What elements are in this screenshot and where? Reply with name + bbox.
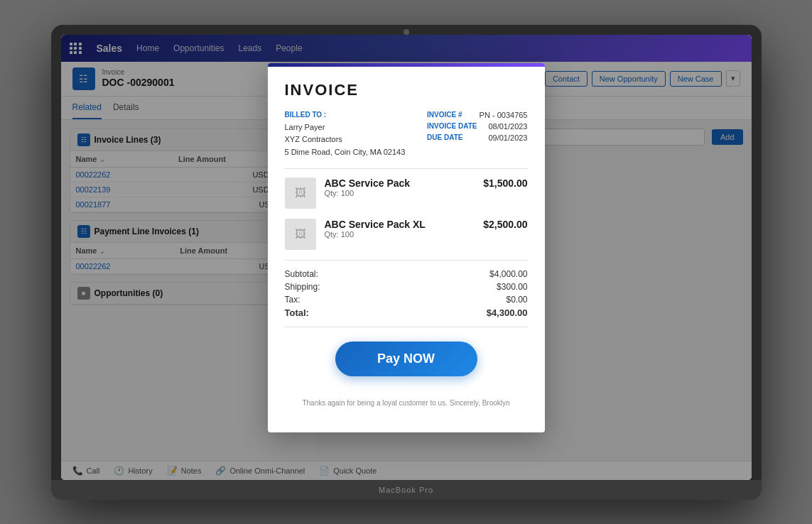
line-item-2-qty: Qty: 100 (325, 230, 475, 239)
line-item-2: 🖼 ABC Service Pack XL Qty: 100 $2,500.00 (285, 219, 528, 250)
macbook-screen: Sales Home Opportunities Leads People ☷ … (61, 35, 752, 480)
line-item-1-placeholder-icon: 🖼 (295, 187, 306, 200)
line-item-1-price: $1,500.00 (483, 178, 527, 189)
modal-divider-top (285, 168, 528, 169)
line-item-1-name: ABC Service Pack (325, 178, 475, 189)
modal-divider-mid (285, 260, 528, 261)
invoice-meta: BILLED TO : Larry Payer XYZ Contractors … (285, 111, 528, 159)
macbook-frame: Sales Home Opportunities Leads People ☷ … (51, 25, 762, 500)
line-item-2-placeholder-icon: 🖼 (295, 228, 306, 241)
tax-value: $0.00 (506, 295, 527, 305)
billed-section: BILLED TO : Larry Payer XYZ Contractors … (285, 111, 406, 159)
line-item-2-price: $2,500.00 (483, 219, 527, 230)
shipping-row: Shipping: $300.00 (285, 282, 528, 292)
line-item-1: 🖼 ABC Service Pack Qty: 100 $1,500.00 (285, 178, 528, 209)
invoice-details: INVOICE # PN - 0034765 INVOICE DATE 08/0… (427, 111, 527, 159)
invoice-modal: INVOICE BILLED TO : Larry Payer XYZ Cont… (268, 63, 545, 433)
pay-now-button[interactable]: Pay NOW (335, 342, 477, 376)
shipping-value: $300.00 (497, 282, 527, 292)
line-item-2-name: ABC Service Pack XL (325, 219, 475, 230)
camera-dot (404, 29, 409, 35)
tax-label: Tax: (285, 295, 301, 305)
total-label: Total: (285, 307, 309, 318)
modal-title: INVOICE (285, 81, 528, 99)
invoice-date-value: 08/01/2023 (488, 122, 527, 131)
crm-background: Sales Home Opportunities Leads People ☷ … (61, 35, 752, 480)
due-date-value: 09/01/2023 (488, 133, 527, 142)
grand-total-row: Total: $4,300.00 (285, 307, 528, 318)
totals-section: Subtotal: $4,000.00 Shipping: $300.00 Ta… (285, 269, 528, 318)
billed-name: Larry Payer XYZ Contractors 5 Dime Road,… (285, 121, 406, 159)
invoice-date-label: INVOICE DATE (427, 122, 477, 131)
invoice-number-label: INVOICE # (427, 111, 462, 119)
macbook-chin: MacBook Pro (51, 480, 762, 500)
due-date-label: DUE DATE (427, 133, 462, 142)
line-item-1-image: 🖼 (285, 178, 316, 209)
billed-to-label: BILLED TO : (285, 111, 406, 119)
modal-divider-bottom (285, 327, 528, 327)
tax-row: Tax: $0.00 (285, 295, 528, 305)
subtotal-value: $4,000.00 (489, 269, 527, 279)
shipping-label: Shipping: (285, 282, 320, 292)
subtotal-label: Subtotal: (285, 269, 318, 279)
macbook-model-label: MacBook Pro (379, 486, 433, 494)
line-item-2-image: 🖼 (285, 219, 316, 250)
subtotal-row: Subtotal: $4,000.00 (285, 269, 528, 279)
modal-overlay: INVOICE BILLED TO : Larry Payer XYZ Cont… (61, 35, 752, 480)
line-item-1-qty: Qty: 100 (325, 189, 475, 197)
modal-footer-text: Thanks again for being a loyal customer … (285, 391, 528, 418)
line-item-1-info: ABC Service Pack Qty: 100 (325, 178, 475, 197)
line-item-2-info: ABC Service Pack XL Qty: 100 (325, 219, 475, 239)
modal-body: INVOICE BILLED TO : Larry Payer XYZ Cont… (268, 67, 545, 433)
invoice-number-value: PN - 0034765 (480, 111, 528, 119)
total-value: $4,300.00 (487, 307, 528, 318)
